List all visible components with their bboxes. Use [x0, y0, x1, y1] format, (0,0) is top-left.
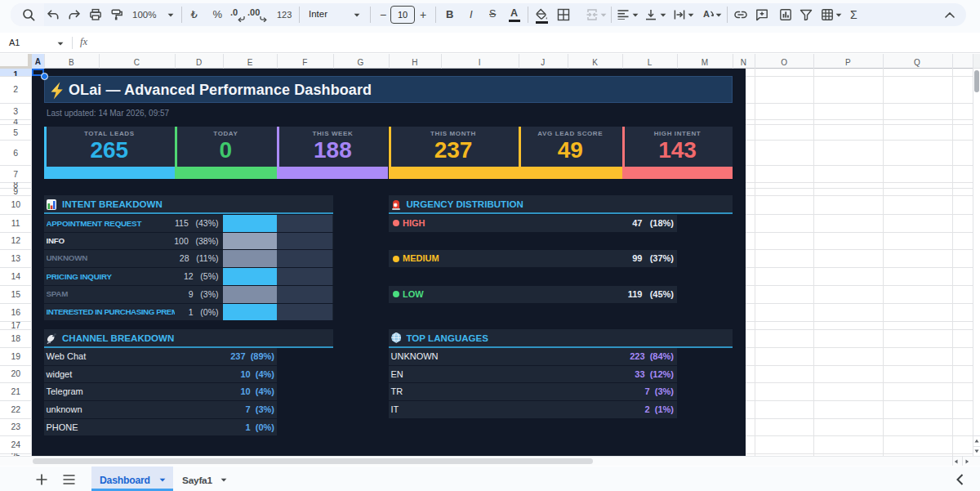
svg-text:A: A [703, 9, 710, 19]
